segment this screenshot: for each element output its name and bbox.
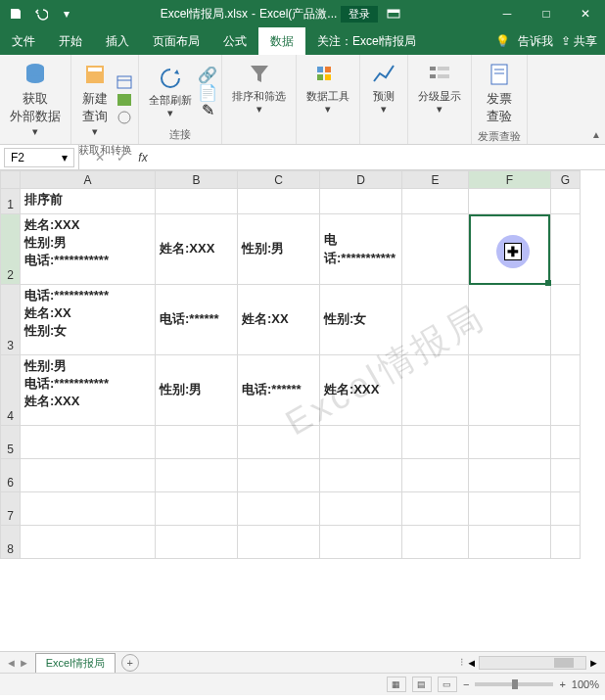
group-data-tools: 数据工具▾: [297, 55, 360, 144]
qat-dropdown-icon[interactable]: ▾: [55, 2, 78, 25]
title-bar: ▾ Excel情报局.xlsx - Excel(产品激... 登录 ─ □ ✕: [0, 0, 605, 27]
sheet-nav-prev-icon[interactable]: ◄: [6, 657, 17, 669]
cell-C2[interactable]: 性别:男: [238, 214, 320, 285]
cell-A3[interactable]: 电话:*********** 姓名:XX 性别:女: [21, 285, 156, 355]
app-state-label: Excel(产品激...: [259, 6, 337, 23]
filename-label: Excel情报局.xlsx: [161, 6, 248, 23]
show-queries-icon[interactable]: [116, 74, 132, 90]
name-box[interactable]: F2 ▾: [4, 148, 74, 167]
quick-access-toolbar: ▾: [0, 2, 78, 25]
zoom-in-button[interactable]: +: [559, 678, 565, 690]
cell-D4[interactable]: 姓名:XXX: [320, 355, 402, 426]
cell-C3[interactable]: 姓名:XX: [238, 285, 320, 355]
cell-A4[interactable]: 性别:男 电话:*********** 姓名:XXX: [21, 355, 156, 426]
outline-button[interactable]: 分级显示▾: [414, 59, 465, 117]
col-header-F[interactable]: F: [469, 171, 551, 189]
cell-B3[interactable]: 电话:******: [156, 285, 238, 355]
new-query-button[interactable]: 新建 查询▾: [77, 59, 113, 141]
cell-D3[interactable]: 性别:女: [320, 285, 402, 355]
tab-file[interactable]: 文件: [0, 27, 47, 55]
row-header-8[interactable]: 8: [1, 526, 21, 559]
maximize-button[interactable]: □: [527, 0, 566, 27]
sort-filter-button[interactable]: 排序和筛选▾: [228, 59, 290, 117]
sheet-tab-active[interactable]: Excel情报局: [35, 653, 116, 673]
svg-rect-18: [438, 74, 449, 78]
scroll-left-icon[interactable]: ◄: [466, 657, 477, 669]
svg-rect-14: [325, 74, 331, 80]
save-icon[interactable]: [4, 2, 27, 25]
refresh-all-button[interactable]: 全部刷新▾: [145, 63, 196, 121]
col-header-G[interactable]: G: [551, 171, 581, 189]
minimize-button[interactable]: ─: [488, 0, 527, 27]
name-box-dropdown-icon[interactable]: ▾: [62, 151, 68, 164]
col-header-C[interactable]: C: [238, 171, 320, 189]
row-header-5[interactable]: 5: [1, 426, 21, 459]
horizontal-scrollbar[interactable]: [479, 656, 586, 670]
row-header-3[interactable]: 3: [1, 285, 21, 355]
group-outline: 分级显示▾: [408, 55, 472, 144]
col-header-E[interactable]: E: [402, 171, 469, 189]
recent-sources-icon[interactable]: [116, 110, 132, 125]
select-all-corner[interactable]: [1, 171, 21, 189]
row-header-6[interactable]: 6: [1, 459, 21, 492]
cell-B4[interactable]: 性别:男: [156, 355, 238, 426]
tab-layout[interactable]: 页面布局: [141, 27, 211, 55]
cell-B1[interactable]: [156, 189, 238, 214]
plus-cursor-icon: ✚: [504, 243, 522, 260]
view-normal-icon[interactable]: ▦: [387, 677, 406, 692]
cell-C4[interactable]: 电话:******: [238, 355, 320, 426]
fx-icon[interactable]: fx: [133, 151, 153, 164]
svg-rect-6: [88, 68, 102, 71]
connections-icon[interactable]: 🔗: [200, 67, 215, 82]
zoom-level-label[interactable]: 100%: [572, 678, 599, 690]
col-header-D[interactable]: D: [320, 171, 402, 189]
col-header-A[interactable]: A: [21, 171, 156, 189]
title-area: Excel情报局.xlsx - Excel(产品激... 登录: [78, 2, 488, 25]
get-external-data-button[interactable]: 获取 外部数据▾: [6, 59, 65, 141]
svg-rect-9: [117, 94, 131, 106]
add-sheet-button[interactable]: +: [121, 654, 139, 672]
formula-input[interactable]: [157, 149, 605, 166]
row-header-7[interactable]: 7: [1, 492, 21, 526]
svg-point-10: [118, 112, 130, 123]
row-header-2[interactable]: 2: [1, 214, 21, 285]
tab-home[interactable]: 开始: [47, 27, 94, 55]
invoice-check-button[interactable]: 发票 查验: [482, 59, 517, 127]
cell-B2[interactable]: 姓名:XXX: [156, 214, 238, 285]
group-get-transform: 新建 查询▾ 获取和转换: [71, 55, 139, 144]
sheet-nav-next-icon[interactable]: ►: [19, 657, 29, 669]
zoom-slider[interactable]: [475, 682, 553, 686]
cancel-formula-icon[interactable]: ✕: [90, 151, 110, 164]
forecast-button[interactable]: 预测▾: [366, 59, 401, 117]
tab-insert[interactable]: 插入: [94, 27, 141, 55]
cell-D2[interactable]: 电话:***********: [320, 214, 402, 285]
tab-follow[interactable]: 关注：Excel情报局: [305, 27, 428, 55]
svg-rect-19: [491, 65, 507, 84]
undo-icon[interactable]: [29, 2, 53, 25]
close-button[interactable]: ✕: [566, 0, 605, 27]
share-button[interactable]: ⇪ 共享: [561, 33, 597, 50]
enter-formula-icon[interactable]: ✓: [112, 151, 131, 164]
tab-formula[interactable]: 公式: [211, 27, 258, 55]
cell-A1[interactable]: 排序前: [21, 189, 156, 214]
row-header-4[interactable]: 4: [1, 355, 21, 426]
col-header-B[interactable]: B: [156, 171, 238, 189]
tab-data[interactable]: 数据: [258, 27, 305, 55]
edit-links-icon[interactable]: ✎: [200, 102, 215, 117]
row-header-1[interactable]: 1: [1, 189, 21, 214]
properties-icon[interactable]: 📄: [200, 84, 215, 100]
ribbon-options-icon[interactable]: [382, 2, 405, 25]
outline-icon: [426, 61, 453, 88]
cell-A2[interactable]: 姓名:XXX 性别:男 电话:***********: [21, 214, 156, 285]
view-pagelayout-icon[interactable]: ▤: [412, 677, 432, 692]
tellme-label[interactable]: 告诉我: [518, 33, 553, 50]
login-badge[interactable]: 登录: [341, 6, 378, 23]
data-tools-button[interactable]: 数据工具▾: [302, 59, 353, 117]
scroll-right-icon[interactable]: ►: [588, 657, 599, 669]
view-pagebreak-icon[interactable]: ▭: [438, 677, 457, 692]
zoom-out-button[interactable]: −: [463, 678, 469, 690]
from-table-icon[interactable]: [116, 92, 132, 108]
worksheet-grid[interactable]: A B C D E F G 1 排序前 2 姓名:XXX 性别:男 电话:***…: [0, 170, 605, 652]
collapse-ribbon-icon[interactable]: ▲: [591, 129, 601, 140]
group-label-connections: 连接: [169, 125, 191, 144]
